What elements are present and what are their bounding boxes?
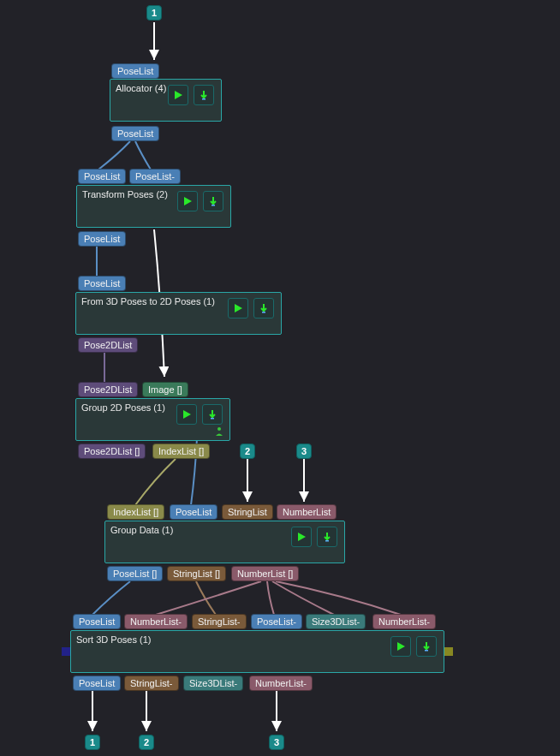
port-in-poselist-minus[interactable]: PoseList- — [251, 614, 302, 629]
socket-left[interactable] — [62, 647, 70, 656]
port-in-poselist[interactable]: PoseList — [73, 614, 121, 629]
port-in-pose2dlist[interactable]: Pose2DList — [78, 382, 138, 397]
run-button[interactable] — [291, 527, 312, 547]
port-in-numberlist-minus[interactable]: NumberList- — [124, 614, 188, 629]
port-out-stringlist-array[interactable]: StringList [] — [167, 566, 226, 581]
port-in-poselist[interactable]: PoseList — [170, 504, 217, 520]
run-button[interactable] — [168, 85, 188, 105]
port-in-numberlist-minus-2[interactable]: NumberList- — [372, 614, 436, 629]
node-title: Sort 3D Poses (1) — [71, 631, 444, 648]
port-in-stringlist-minus[interactable]: StringList- — [192, 614, 247, 629]
port-out-numberlist-array[interactable]: NumberList [] — [231, 566, 299, 581]
svg-rect-13 — [325, 540, 329, 542]
svg-rect-10 — [262, 312, 265, 313]
port-out-pose2dlist[interactable]: Pose2DList — [78, 337, 138, 353]
port-out-indexlist-array[interactable]: IndexList [] — [152, 443, 210, 459]
port-in-poselist[interactable]: PoseList — [111, 63, 159, 79]
step-button[interactable] — [194, 85, 214, 105]
port-out-pose2dlist-array[interactable]: Pose2DList [] — [78, 443, 146, 459]
output-tag-1[interactable]: 1 — [85, 735, 100, 750]
node-from-3d-to-2d[interactable]: From 3D Poses to 2D Poses (1) — [75, 292, 282, 335]
port-out-poselist-array[interactable]: PoseList [] — [107, 566, 163, 581]
port-in-poselist[interactable]: PoseList — [78, 169, 126, 184]
port-out-size3dlist-minus[interactable]: Size3DList- — [183, 676, 243, 691]
input-tag-2[interactable]: 2 — [240, 443, 255, 459]
node-transform-poses[interactable]: Transform Poses (2) — [76, 185, 231, 228]
port-out-poselist[interactable]: PoseList — [78, 231, 126, 247]
port-in-stringlist[interactable]: StringList — [222, 504, 273, 520]
port-in-indexlist-array[interactable]: IndexList [] — [107, 504, 164, 520]
svg-rect-11 — [211, 418, 214, 420]
port-in-poselist-minus[interactable]: PoseList- — [129, 169, 181, 184]
port-out-poselist[interactable]: PoseList — [73, 676, 121, 691]
port-in-image-array[interactable]: Image [] — [142, 382, 188, 397]
step-button[interactable] — [253, 298, 274, 318]
node-sort-3d-poses[interactable]: Sort 3D Poses (1) — [70, 630, 444, 673]
port-out-numberlist-minus[interactable]: NumberList- — [249, 676, 313, 691]
svg-rect-14 — [425, 650, 428, 652]
input-tag-3[interactable]: 3 — [296, 443, 312, 459]
port-out-stringlist-minus[interactable]: StringList- — [124, 676, 179, 691]
port-in-numberlist[interactable]: NumberList — [277, 504, 337, 520]
svg-rect-9 — [211, 205, 215, 206]
svg-rect-8 — [202, 98, 206, 100]
run-button[interactable] — [176, 404, 197, 425]
step-button[interactable] — [416, 636, 437, 657]
run-button[interactable] — [177, 191, 198, 211]
socket-right[interactable] — [444, 647, 453, 656]
svg-point-12 — [217, 427, 221, 431]
port-in-size3dlist-minus[interactable]: Size3DList- — [306, 614, 366, 629]
node-allocator[interactable]: Allocator (4) — [110, 79, 222, 122]
step-button[interactable] — [317, 527, 337, 547]
input-tag-1[interactable]: 1 — [146, 5, 162, 21]
run-button[interactable] — [228, 298, 248, 318]
step-button[interactable] — [202, 404, 223, 425]
tag-label: 1 — [152, 8, 157, 18]
step-button[interactable] — [203, 191, 223, 211]
run-button[interactable] — [390, 636, 411, 657]
output-tag-3[interactable]: 3 — [269, 735, 284, 750]
node-group-2d-poses[interactable]: Group 2D Poses (1) — [75, 398, 230, 441]
node-group-data[interactable]: Group Data (1) — [104, 521, 345, 563]
port-out-poselist[interactable]: PoseList — [111, 126, 159, 141]
person-icon — [214, 426, 224, 437]
port-in-poselist[interactable]: PoseList — [78, 276, 126, 291]
output-tag-2[interactable]: 2 — [139, 735, 154, 750]
